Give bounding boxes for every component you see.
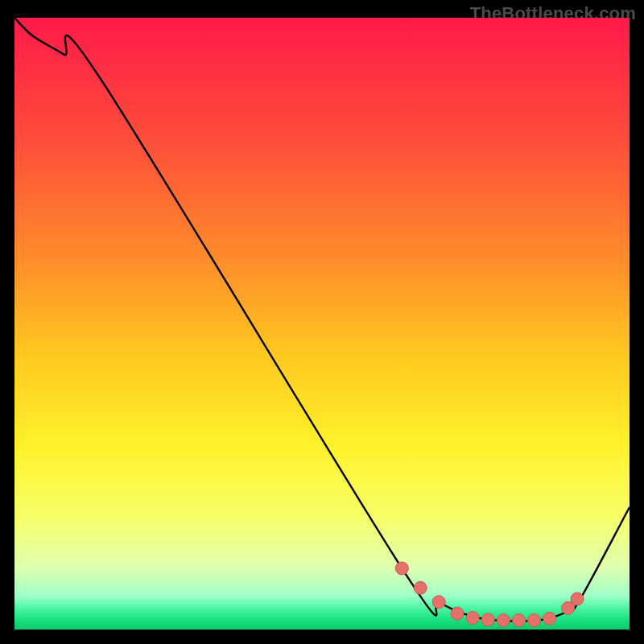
chart-dot <box>528 614 541 627</box>
chart-dot <box>395 562 408 575</box>
chart-dot <box>481 613 494 626</box>
chart-svg <box>0 0 644 644</box>
chart-stage: TheBottleneck.com <box>0 0 644 644</box>
chart-dot <box>451 607 464 620</box>
chart-dot <box>497 614 510 627</box>
chart-gradient-rect <box>14 18 630 630</box>
chart-dot <box>432 596 445 609</box>
chart-dot <box>543 612 556 625</box>
chart-dot <box>512 614 525 627</box>
chart-dot <box>466 612 479 625</box>
chart-dot <box>414 581 427 594</box>
chart-dot <box>571 592 584 605</box>
